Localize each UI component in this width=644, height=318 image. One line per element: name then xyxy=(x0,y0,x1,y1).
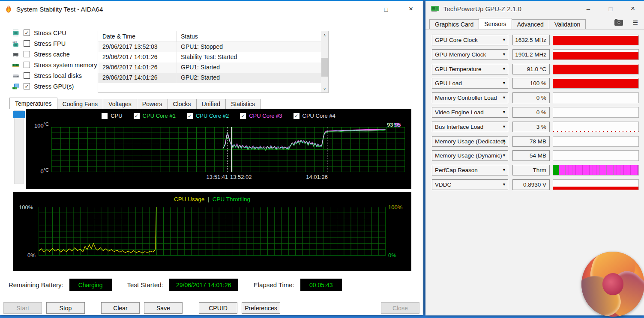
gpuz-tab-validation[interactable]: Validation xyxy=(549,19,586,29)
sensor-name-dropdown[interactable]: Memory Usage (Dedicated)▼ xyxy=(432,136,508,147)
scrollbar-thumb[interactable] xyxy=(321,58,328,77)
stress-checkbox[interactable] xyxy=(24,40,30,47)
tab-cooling-fans[interactable]: Cooling Fans xyxy=(57,99,104,109)
sensor-value: Thrm xyxy=(512,165,550,175)
legend-cpu-core-4[interactable]: ✓CPU Core #4 xyxy=(294,113,335,119)
scroll-up-icon[interactable]: ∧ xyxy=(321,31,328,39)
preferences-button[interactable]: Preferences xyxy=(242,302,280,314)
cpuid-button[interactable]: CPUID xyxy=(199,302,237,314)
flame-icon xyxy=(4,5,13,13)
dropdown-arrow-icon: ▼ xyxy=(502,81,506,85)
tab-clocks[interactable]: Clocks xyxy=(168,99,197,109)
tab-powers[interactable]: Powers xyxy=(137,99,168,109)
sensor-value: 0 % xyxy=(512,107,550,118)
scroll-down-icon[interactable]: ∨ xyxy=(321,85,328,92)
sensor-value: 1632.5 MHz xyxy=(512,35,550,45)
column-header-datetime[interactable]: Date & Time xyxy=(98,31,176,42)
slider-track[interactable] xyxy=(14,110,24,184)
legend-checkbox[interactable] xyxy=(102,113,108,119)
stop-button[interactable]: Stop xyxy=(46,302,85,314)
sensor-name-dropdown[interactable]: GPU Memory Clock▼ xyxy=(432,49,508,60)
legend-checkbox[interactable]: ✓ xyxy=(240,113,246,119)
stress-checkbox[interactable] xyxy=(24,72,30,79)
screenshot-camera-icon[interactable] xyxy=(614,20,623,26)
dropdown-arrow-icon: ▼ xyxy=(502,168,506,172)
cpu-usage-chart-title: CPU Usage | CPU Throttling xyxy=(13,196,411,202)
stress-option-stress-fpu[interactable]: 123Stress FPU xyxy=(12,40,97,47)
tab-unified[interactable]: Unified xyxy=(196,99,226,109)
stress-checkbox[interactable]: ✓ xyxy=(24,30,30,36)
legend-cpu-core-1[interactable]: ✓CPU Core #1 xyxy=(134,113,176,119)
legend-checkbox[interactable]: ✓ xyxy=(134,113,140,119)
sensor-name-dropdown[interactable]: GPU Load▼ xyxy=(432,78,508,89)
stress-checkbox[interactable] xyxy=(24,62,30,68)
legend-checkbox[interactable]: ✓ xyxy=(187,113,193,119)
legend-cpu-core-2[interactable]: ✓CPU Core #2 xyxy=(187,113,229,119)
log-time: 29/06/2017 14:01:26 xyxy=(98,52,176,62)
window-title: TechPowerUp GPU-Z 2.1.0 xyxy=(443,5,521,12)
gpuz-tab-sensors[interactable]: Sensors xyxy=(479,18,512,29)
sensor-row-bus-interface-load: Bus Interface Load▼3 % xyxy=(432,122,639,132)
stress-checkbox[interactable] xyxy=(24,51,30,57)
column-header-status[interactable]: Status xyxy=(176,31,328,42)
minimize-button[interactable]: – xyxy=(349,1,374,17)
sensor-name-dropdown[interactable]: Memory Controller Load▼ xyxy=(432,92,508,103)
legend-cpu[interactable]: CPU xyxy=(102,113,122,119)
sensor-name-dropdown[interactable]: Memory Usage (Dynamic)▼ xyxy=(432,150,508,161)
sensor-name-dropdown[interactable]: Video Engine Load▼ xyxy=(432,107,508,118)
legend-cpu-core-3[interactable]: ✓CPU Core #3 xyxy=(240,113,282,119)
y-axis-label-min: 0°C xyxy=(28,167,49,175)
tab-voltages[interactable]: Voltages xyxy=(103,99,137,109)
close-window-button[interactable]: × xyxy=(398,1,423,17)
sensor-name-dropdown[interactable]: PerfCap Reason▼ xyxy=(432,165,508,175)
gpuz-tab-advanced[interactable]: Advanced xyxy=(512,19,549,29)
legend-checkbox[interactable]: ✓ xyxy=(294,113,300,119)
log-row[interactable]: 29/06/2017 14:01:26Stability Test: Start… xyxy=(98,52,321,62)
save-button[interactable]: Save xyxy=(144,302,183,314)
sensor-name-dropdown[interactable]: VDDC▼ xyxy=(432,179,508,190)
sensor-name-dropdown[interactable]: GPU Core Clock▼ xyxy=(432,35,508,45)
stress-option-label: Stress cache xyxy=(34,51,70,58)
x-tick-label: 14:01:26 xyxy=(306,174,328,180)
clear-button[interactable]: Clear xyxy=(101,302,140,314)
series-title-cpu-throttling: CPU Throttling xyxy=(213,196,250,202)
sensor-graph xyxy=(553,122,639,132)
sensor-name-dropdown[interactable]: Bus Interface Load▼ xyxy=(432,122,508,132)
x-tick-label: 13:52:02 xyxy=(230,174,252,180)
log-scrollbar[interactable]: ∧ ∨ xyxy=(321,31,328,92)
stress-option-stress-system-memory[interactable]: Stress system memory xyxy=(12,61,97,68)
sensor-graph xyxy=(553,49,639,60)
stress-checkbox[interactable]: ✓ xyxy=(24,83,30,89)
temperature-chart-panel: CPU✓CPU Core #1✓CPU Core #2✓CPU Core #3✓… xyxy=(26,109,411,189)
log-row[interactable]: 29/06/2017 14:01:26GPU2: Started xyxy=(98,73,321,83)
chart-zoom-slider[interactable] xyxy=(13,110,25,184)
tab-temperatures[interactable]: Temperatures xyxy=(9,98,57,109)
maximize-button[interactable]: □ xyxy=(374,1,398,17)
stress-option-stress-cache[interactable]: Stress cache xyxy=(12,51,97,58)
legend-label: CPU Core #4 xyxy=(303,113,335,119)
sensor-row-gpu-core-clock: GPU Core Clock▼1632.5 MHz xyxy=(432,35,639,45)
tab-statistics[interactable]: Statistics xyxy=(225,99,261,109)
stress-option-stress-gpu-s-[interactable]: ✓Stress GPU(s) xyxy=(12,83,97,90)
sensor-name-dropdown[interactable]: GPU Temperature▼ xyxy=(432,64,508,74)
log-row[interactable]: 29/06/2017 13:52:03GPU1: Stopped xyxy=(98,42,321,52)
log-status: Stability Test: Started xyxy=(176,52,321,62)
sensor-row-memory-usage-dedicated-: Memory Usage (Dedicated)▼78 MB xyxy=(432,136,639,147)
slider-handle[interactable] xyxy=(13,111,25,118)
series-title-cpu-usage: CPU Usage xyxy=(174,196,204,202)
stress-option-stress-cpu[interactable]: ✓Stress CPU xyxy=(12,29,97,36)
minimize-button[interactable]: – xyxy=(577,1,599,16)
usage-label-top-right: 100% xyxy=(388,204,402,211)
menu-hamburger-icon[interactable]: ≡ xyxy=(632,20,638,26)
status-label: Elapsed Time: xyxy=(254,281,294,288)
sensor-graph xyxy=(553,92,639,103)
dropdown-arrow-icon: ▼ xyxy=(502,125,506,129)
log-time: 29/06/2017 13:52:03 xyxy=(98,42,176,52)
title-separator: | xyxy=(204,196,213,202)
stress-option-stress-local-disks[interactable]: Stress local disks xyxy=(12,72,97,79)
gpuz-tab-graphics-card[interactable]: Graphics Card xyxy=(429,19,479,29)
log-row[interactable]: 29/06/2017 14:01:26GPU1: Started xyxy=(98,62,321,73)
close-window-button[interactable]: × xyxy=(622,1,644,16)
legend-label: CPU Core #2 xyxy=(196,113,229,119)
sensor-value: 100 % xyxy=(512,78,550,89)
